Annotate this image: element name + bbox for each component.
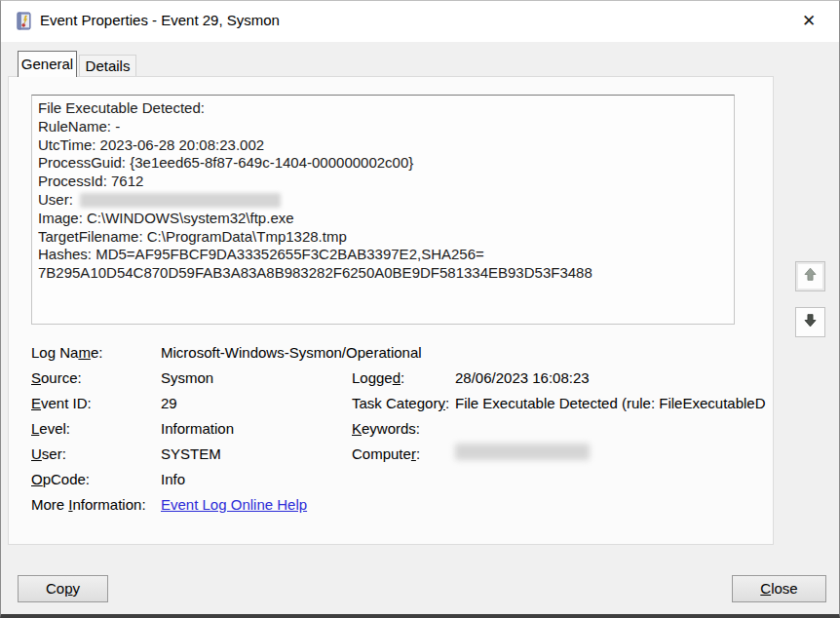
desc-line: Hashes: MD5=AF95FBCF9DA33352655F3C2BAB33…	[38, 246, 728, 264]
scroll-down-icon	[802, 312, 819, 332]
field-label-event-id: Event ID:	[31, 395, 92, 411]
event-log-icon	[15, 12, 32, 30]
redacted-computer-value	[455, 444, 590, 460]
field-label-more-information: More Information:	[31, 496, 146, 513]
field-label-logged: Logged:	[352, 369, 404, 386]
desc-line: TargetFilename: C:\ProgramData\Tmp1328.t…	[38, 228, 728, 247]
dialog-footer: Copy Close	[1, 545, 839, 614]
next-event-button[interactable]	[795, 307, 825, 337]
event-properties-dialog: Event Properties - Event 29, Sysmon ✕ De…	[0, 0, 840, 618]
desc-line: UtcTime: 2023-06-28 20:08:23.002	[38, 136, 728, 155]
desc-line-user: User:	[38, 191, 728, 210]
field-label-source: Source:	[31, 369, 82, 386]
field-value-logged: 28/06/2023 16:08:23	[455, 369, 590, 386]
field-value-opcode: Info	[161, 471, 185, 487]
title-bar: Event Properties - Event 29, Sysmon ✕	[1, 1, 839, 42]
tab-general[interactable]: General	[18, 51, 77, 77]
desc-line: File Executable Detected:	[38, 99, 728, 118]
field-label-task-category: Task Category:	[352, 395, 449, 411]
window-title: Event Properties - Event 29, Sysmon	[40, 12, 280, 28]
event-log-online-help-link[interactable]: Event Log Online Help	[161, 496, 307, 513]
desc-user-label: User:	[38, 191, 73, 208]
field-label-user: User:	[31, 445, 66, 462]
field-value-source: Sysmon	[161, 369, 213, 386]
desc-line: Image: C:\WINDOWS\system32\ftp.exe	[38, 210, 728, 228]
event-description-box[interactable]: File Executable Detected: RuleName: - Ut…	[31, 95, 735, 325]
field-label-opcode: OpCode:	[31, 471, 90, 487]
desc-line: RuleName: -	[38, 118, 728, 136]
desc-line: 7B295A10D54C870D59FAB3A83A8B983282F6250A…	[38, 264, 728, 283]
field-value-task-category: File Executable Detected (rule: FileExec…	[455, 395, 766, 411]
desc-line: ProcessGuid: {3e1eed65-8f87-649c-1404-00…	[38, 154, 728, 173]
desc-line: ProcessId: 7612	[38, 173, 728, 191]
field-label-level: Level:	[31, 420, 70, 437]
field-value-user: SYSTEM	[161, 445, 221, 462]
redacted-user-value	[80, 193, 281, 208]
field-label-computer: Computer:	[352, 445, 420, 462]
field-label-keywords: Keywords:	[352, 420, 420, 437]
close-button[interactable]: Close	[732, 575, 826, 602]
copy-button[interactable]: Copy	[18, 575, 108, 602]
scroll-up-icon	[802, 266, 819, 287]
previous-event-button[interactable]	[795, 261, 825, 291]
field-label-log-name: Log Name:	[31, 344, 102, 361]
field-value-level: Information	[161, 420, 234, 437]
field-value-log-name: Microsoft-Windows-Sysmon/Operational	[161, 344, 422, 361]
tab-details[interactable]: Details	[79, 55, 136, 77]
field-value-event-id: 29	[161, 395, 177, 411]
close-icon[interactable]: ✕	[796, 9, 821, 34]
